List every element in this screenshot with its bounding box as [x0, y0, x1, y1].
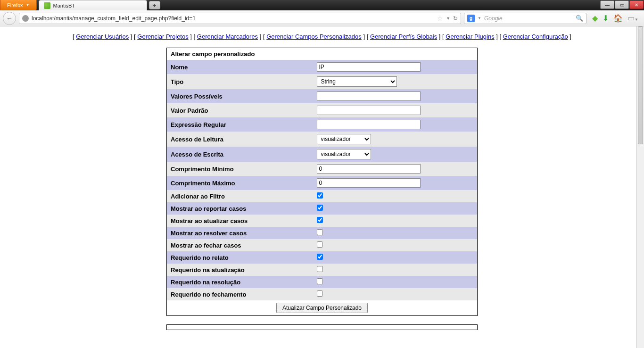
reload-icon[interactable]: ↻: [453, 15, 458, 22]
dropdown-arrow-icon[interactable]: ▼: [446, 16, 450, 21]
mantis-favicon-icon: [44, 2, 50, 9]
url-bar[interactable]: localhost/mantis/manage_custom_field_edi…: [19, 13, 461, 24]
max-input[interactable]: [317, 178, 421, 188]
label-nome: Nome: [167, 60, 313, 74]
firefox-menu-button[interactable]: Firefox ▼: [0, 0, 37, 10]
fechar-checkbox[interactable]: [317, 241, 323, 248]
req-fech-checkbox[interactable]: [317, 290, 323, 297]
browser-tab[interactable]: MantisBT: [39, 0, 147, 10]
req-resol-checkbox[interactable]: [317, 278, 323, 284]
bookmark-star-icon[interactable]: ☆: [437, 15, 443, 22]
label-padrao: Valor Padrão: [167, 103, 313, 117]
label-req-atual: Requerido na atualização: [167, 264, 313, 276]
minimize-button[interactable]: —: [600, 0, 614, 9]
req-atual-checkbox[interactable]: [317, 266, 323, 272]
label-fechar: Mostrar ao fechar casos: [167, 239, 313, 251]
nav-users[interactable]: Gerenciar Usuários: [76, 33, 129, 40]
search-engine-arrow-icon[interactable]: ▼: [478, 16, 481, 20]
min-input[interactable]: [317, 164, 421, 174]
label-max: Comprimento Máximo: [167, 176, 313, 190]
label-atualizar: Mostrar ao atualizar casos: [167, 215, 313, 227]
label-valores: Valores Possíveis: [167, 89, 313, 103]
regex-input[interactable]: [317, 120, 421, 129]
escrita-select[interactable]: visualizador: [317, 149, 371, 159]
label-req-relato: Requerido no relato: [167, 251, 313, 264]
download-icon[interactable]: ⬇: [603, 14, 609, 23]
label-resolver: Mostrar ao resolver casos: [167, 227, 313, 239]
tab-title: MantisBT: [53, 3, 75, 8]
scrollbar-thumb[interactable]: [638, 26, 643, 144]
label-regex: Expressão Regular: [167, 117, 313, 132]
vertical-scrollbar[interactable]: [636, 26, 644, 334]
maximize-button[interactable]: ▭: [615, 0, 629, 9]
label-escrita: Acesso de Escrita: [167, 147, 313, 162]
browser-navbar: ← localhost/mantis/manage_custom_field_e…: [0, 10, 644, 26]
nav-tags[interactable]: Gerenciar Marcadores: [197, 33, 258, 40]
home-icon[interactable]: 🏠: [613, 14, 623, 23]
filtro-checkbox[interactable]: [317, 192, 323, 199]
label-reportar: Mostrar ao reportar casos: [167, 202, 313, 215]
tipo-select[interactable]: String: [317, 76, 397, 87]
bookmarks-menu-icon[interactable]: ▭▼: [627, 14, 638, 23]
nome-input[interactable]: [317, 62, 421, 72]
form-title: Alterar campo personalizado: [167, 48, 478, 60]
url-text: localhost/mantis/manage_custom_field_edi…: [32, 15, 434, 22]
nav-config[interactable]: Gerenciar Configuração: [503, 33, 568, 40]
label-req-resol: Requerido na resolução: [167, 276, 313, 288]
google-logo-icon: g: [467, 15, 475, 22]
second-form-preview: [166, 324, 478, 330]
search-bar[interactable]: g ▼ Google 🔍: [464, 13, 586, 24]
label-req-fech: Requerido no fechamento: [167, 288, 313, 300]
resolver-checkbox[interactable]: [317, 229, 323, 235]
reportar-checkbox[interactable]: [317, 205, 323, 211]
idm-icon[interactable]: ◆: [592, 14, 598, 23]
nav-projects[interactable]: Gerenciar Projetos: [137, 33, 188, 40]
firefox-label: Firefox: [7, 2, 23, 8]
search-icon[interactable]: 🔍: [576, 15, 583, 22]
page-content: [ Gerenciar Usuários ] [ Gerenciar Proje…: [0, 26, 644, 334]
globe-icon: [22, 15, 29, 22]
window-titlebar: Firefox ▼ MantisBT + — ▭ ✕: [0, 0, 644, 10]
atualizar-checkbox[interactable]: [317, 217, 323, 223]
label-min: Comprimento Mínimo: [167, 162, 313, 176]
nav-custom-fields[interactable]: Gerenciar Campos Personalizados: [266, 33, 362, 40]
padrao-input[interactable]: [317, 106, 421, 115]
chevron-down-icon: ▼: [26, 3, 30, 7]
manage-nav-links: [ Gerenciar Usuários ] [ Gerenciar Proje…: [0, 30, 644, 48]
search-placeholder: Google: [484, 15, 573, 22]
leitura-select[interactable]: visualizador: [317, 134, 371, 144]
window-controls: — ▭ ✕: [600, 0, 644, 10]
toolbar-icons: ◆ ⬇ 🏠 ▭▼: [589, 14, 641, 23]
label-tipo: Tipo: [167, 74, 313, 89]
custom-field-form: Alterar campo personalizado Nome Tipo St…: [166, 48, 478, 316]
valores-input[interactable]: [317, 91, 421, 101]
new-tab-button[interactable]: +: [149, 1, 160, 9]
req-relato-checkbox[interactable]: [317, 254, 323, 260]
nav-profiles[interactable]: Gerenciar Perfís Globais: [370, 33, 437, 40]
nav-plugins[interactable]: Gerenciar Plugins: [446, 33, 494, 40]
label-filtro: Adicionar ao Filtro: [167, 190, 313, 202]
label-leitura: Acesso de Leitura: [167, 132, 313, 147]
update-button[interactable]: Atualizar Campo Personalizado: [276, 303, 368, 313]
close-button[interactable]: ✕: [629, 0, 644, 9]
back-button[interactable]: ←: [3, 12, 16, 25]
